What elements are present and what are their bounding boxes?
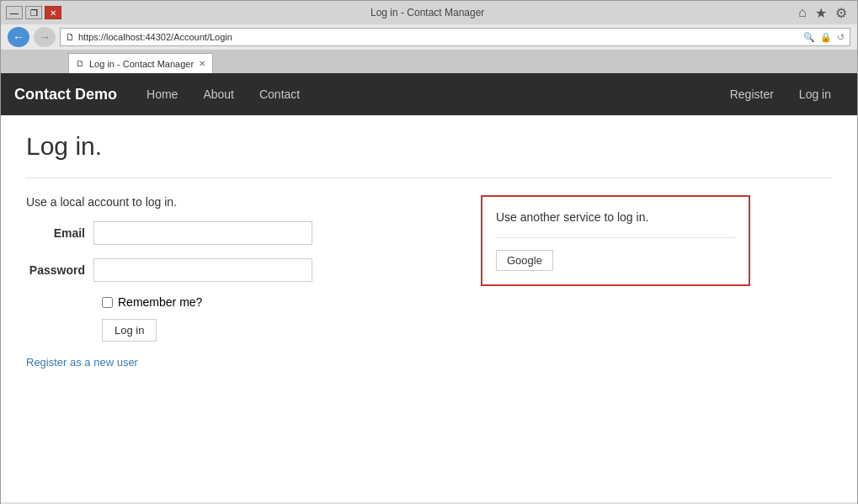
back-button[interactable]: ← (8, 27, 29, 47)
service-separator (496, 237, 735, 238)
main-layout: Use a local account to log in. Email Pas… (26, 195, 832, 369)
register-link-row: Register as a new user (26, 355, 447, 369)
navbar: Contact Demo Home About Contact Register… (1, 73, 857, 115)
email-input[interactable] (93, 221, 312, 245)
google-button[interactable]: Google (496, 250, 553, 271)
url-text: https://localhost:44302/Account/Login (78, 32, 232, 42)
other-service-text: Use another service to log in. (496, 210, 735, 224)
nav-link-home[interactable]: Home (134, 75, 190, 114)
tab-label: Log in - Contact Manager (89, 59, 194, 69)
password-label: Password (26, 263, 93, 277)
close-button[interactable]: ✕ (45, 6, 61, 19)
favorites-icon[interactable]: ★ (815, 5, 827, 21)
title-bar: — ❐ ✕ Log in - Contact Manager ⌂ ★ ⚙ (1, 1, 857, 24)
nav-link-about[interactable]: About (190, 75, 247, 114)
window-controls: — ❐ ✕ (6, 6, 61, 19)
local-login-section: Use a local account to log in. Email Pas… (26, 195, 447, 369)
page-heading: Log in. (26, 132, 832, 161)
nav-link-contact[interactable]: Contact (247, 75, 312, 114)
top-separator (26, 178, 832, 178)
nav-item-about[interactable]: About (190, 75, 247, 114)
nav-item-home[interactable]: Home (134, 75, 190, 114)
browser-icons: ⌂ ★ ⚙ (793, 5, 852, 21)
register-link[interactable]: Register as a new user (26, 356, 138, 369)
browser-window: — ❐ ✕ Log in - Contact Manager ⌂ ★ ⚙ ← →… (0, 0, 858, 504)
address-bar-row: ← → 🗋 https://localhost:44302/Account/Lo… (1, 24, 857, 50)
restore-button[interactable]: ❐ (25, 6, 42, 19)
remember-me-row: Remember me? (102, 295, 447, 309)
remember-me-checkbox[interactable] (102, 297, 113, 308)
page-content: Log in. Use a local account to log in. E… (1, 115, 857, 502)
email-label: Email (26, 226, 93, 240)
nav-item-register[interactable]: Register (717, 75, 786, 114)
tab-close-button[interactable]: ✕ (199, 59, 205, 68)
search-icon[interactable]: 🔍 (803, 32, 815, 43)
refresh-icon[interactable]: ↺ (837, 32, 845, 43)
nav-item-contact[interactable]: Contact (247, 75, 312, 114)
address-input[interactable]: 🗋 https://localhost:44302/Account/Login … (60, 28, 850, 46)
window-title: Log in - Contact Manager (370, 7, 484, 19)
minimize-button[interactable]: — (6, 6, 23, 19)
password-input[interactable] (93, 258, 312, 282)
settings-icon[interactable]: ⚙ (835, 5, 847, 21)
forward-button[interactable]: → (34, 27, 56, 47)
nav-link-register[interactable]: Register (717, 75, 786, 114)
navbar-nav: Home About Contact (134, 75, 717, 114)
lock-icon: 🔒 (820, 32, 832, 43)
navbar-right: Register Log in (717, 75, 844, 114)
home-icon[interactable]: ⌂ (798, 5, 807, 21)
other-services-box: Use another service to log in. Google (481, 195, 750, 286)
login-button[interactable]: Log in (102, 319, 157, 342)
nav-link-login[interactable]: Log in (786, 75, 844, 114)
password-group: Password (26, 258, 447, 282)
tab-favicon: 🗋 (76, 59, 84, 68)
remember-me-label[interactable]: Remember me? (118, 295, 202, 309)
email-group: Email (26, 221, 447, 245)
submit-row: Log in (102, 319, 447, 342)
nav-item-login[interactable]: Log in (786, 75, 844, 114)
local-account-text: Use a local account to log in. (26, 195, 447, 209)
tab-bar: 🗋 Log in - Contact Manager ✕ (1, 50, 857, 73)
other-services-section: Use another service to log in. Google (481, 195, 750, 369)
navbar-brand[interactable]: Contact Demo (14, 86, 117, 103)
active-tab[interactable]: 🗋 Log in - Contact Manager ✕ (68, 53, 213, 73)
